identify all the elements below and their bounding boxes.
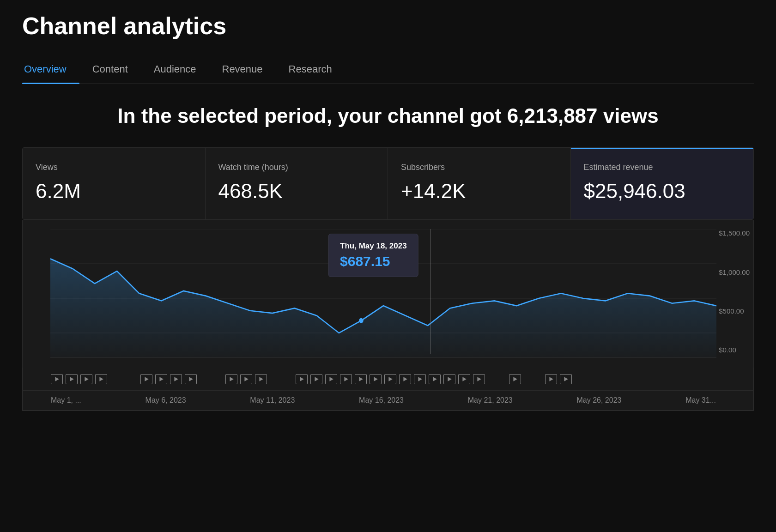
y-label-500: $500.00 — [719, 307, 750, 315]
svg-marker-11 — [159, 377, 163, 381]
video-play-btn-21[interactable] — [429, 374, 441, 384]
x-label-may21: May 21, 2023 — [468, 396, 513, 405]
metric-subscribers-value: +14.2K — [401, 180, 558, 203]
svg-point-5 — [359, 318, 364, 323]
x-label-may1: May 1, ... — [51, 396, 81, 405]
x-label-may11: May 11, 2023 — [250, 396, 295, 405]
tab-research[interactable]: Research — [276, 56, 345, 84]
metric-views: Views 6.2M — [23, 148, 206, 219]
svg-marker-30 — [513, 377, 517, 381]
video-play-btn-25[interactable] — [509, 374, 521, 384]
svg-marker-15 — [244, 377, 248, 381]
svg-marker-32 — [564, 377, 568, 381]
x-label-may26: May 26, 2023 — [576, 396, 621, 405]
video-play-btn-6[interactable] — [155, 374, 167, 384]
svg-marker-23 — [388, 377, 392, 381]
video-play-btn-11[interactable] — [255, 374, 267, 384]
metric-revenue-value: $25,946.03 — [584, 180, 741, 203]
x-axis-labels: May 1, ... May 6, 2023 May 11, 2023 May … — [23, 391, 753, 411]
tab-revenue[interactable]: Revenue — [209, 56, 276, 84]
metric-views-value: 6.2M — [36, 180, 192, 203]
video-play-btn-27[interactable] — [560, 374, 572, 384]
y-label-1500: $1,500.00 — [719, 229, 750, 237]
video-play-btn-1[interactable] — [51, 374, 63, 384]
video-play-btn-15[interactable] — [340, 374, 352, 384]
metric-revenue-label: Estimated revenue — [584, 163, 741, 172]
metric-watchtime-label: Watch time (hours) — [218, 163, 375, 172]
metric-revenue: Estimated revenue $25,946.03 — [571, 148, 754, 219]
metrics-grid: Views 6.2M Watch time (hours) 468.5K Sub… — [22, 147, 754, 220]
svg-marker-18 — [315, 377, 318, 381]
video-play-btn-19[interactable] — [399, 374, 411, 384]
svg-marker-26 — [433, 377, 436, 381]
svg-marker-14 — [230, 377, 233, 381]
x-label-may31: May 31... — [685, 396, 716, 405]
tabs-nav: Overview Content Audience Revenue Resear… — [22, 56, 754, 84]
svg-marker-16 — [259, 377, 263, 381]
video-play-btn-24[interactable] — [473, 374, 485, 384]
svg-marker-12 — [174, 377, 178, 381]
video-play-btn-9[interactable] — [225, 374, 237, 384]
main-container: Channel analytics Overview Content Audie… — [0, 0, 776, 429]
video-play-btn-14[interactable] — [325, 374, 337, 384]
svg-marker-7 — [70, 377, 73, 381]
video-play-btn-2[interactable] — [66, 374, 78, 384]
svg-marker-27 — [448, 377, 451, 381]
tab-overview[interactable]: Overview — [22, 56, 79, 84]
metric-views-label: Views — [36, 163, 192, 172]
svg-marker-19 — [329, 377, 333, 381]
metric-subscribers-label: Subscribers — [401, 163, 558, 172]
video-play-btn-20[interactable] — [414, 374, 426, 384]
video-play-btn-8[interactable] — [185, 374, 197, 384]
video-play-btn-10[interactable] — [240, 374, 252, 384]
svg-marker-31 — [549, 377, 553, 381]
summary-headline: In the selected period, your channel got… — [22, 103, 754, 129]
video-play-btn-12[interactable] — [296, 374, 308, 384]
video-play-btn-18[interactable] — [384, 374, 396, 384]
svg-marker-10 — [145, 377, 148, 381]
x-label-may6: May 6, 2023 — [146, 396, 186, 405]
video-play-btn-23[interactable] — [458, 374, 470, 384]
video-play-btn-5[interactable] — [140, 374, 152, 384]
svg-marker-6 — [55, 377, 59, 381]
svg-marker-21 — [359, 377, 363, 381]
y-label-0: $0.00 — [719, 346, 750, 354]
svg-marker-20 — [344, 377, 348, 381]
video-play-btn-3[interactable] — [80, 374, 92, 384]
chart-inner: Thu, May 18, 2023 $687.15 $1,500.00 $1,0… — [23, 220, 753, 368]
svg-marker-22 — [374, 377, 377, 381]
video-play-btn-16[interactable] — [355, 374, 367, 384]
svg-marker-25 — [418, 377, 422, 381]
metric-subscribers: Subscribers +14.2K — [388, 148, 571, 219]
x-label-may16: May 16, 2023 — [359, 396, 404, 405]
chart-svg — [50, 229, 716, 368]
metric-watchtime: Watch time (hours) 468.5K — [206, 148, 388, 219]
tab-audience[interactable]: Audience — [141, 56, 209, 84]
video-play-btn-4[interactable] — [95, 374, 107, 384]
chart-area[interactable]: Thu, May 18, 2023 $687.15 $1,500.00 $1,0… — [22, 220, 754, 411]
y-label-1000: $1,000.00 — [719, 268, 750, 276]
tab-content[interactable]: Content — [79, 56, 141, 84]
page-title: Channel analytics — [22, 13, 754, 39]
metric-watchtime-value: 468.5K — [218, 180, 375, 203]
video-play-btn-22[interactable] — [443, 374, 455, 384]
video-play-btn-7[interactable] — [170, 374, 182, 384]
svg-marker-13 — [189, 377, 193, 381]
video-play-btn-26[interactable] — [545, 374, 557, 384]
svg-marker-28 — [462, 377, 466, 381]
video-play-btn-17[interactable] — [370, 374, 382, 384]
svg-marker-17 — [300, 377, 303, 381]
video-play-btn-13[interactable] — [310, 374, 322, 384]
svg-marker-24 — [403, 377, 407, 381]
svg-marker-29 — [477, 377, 481, 381]
chart-y-labels: $1,500.00 $1,000.00 $500.00 $0.00 — [719, 229, 750, 368]
video-timeline — [23, 368, 753, 391]
svg-marker-9 — [99, 377, 103, 381]
svg-marker-8 — [85, 377, 88, 381]
